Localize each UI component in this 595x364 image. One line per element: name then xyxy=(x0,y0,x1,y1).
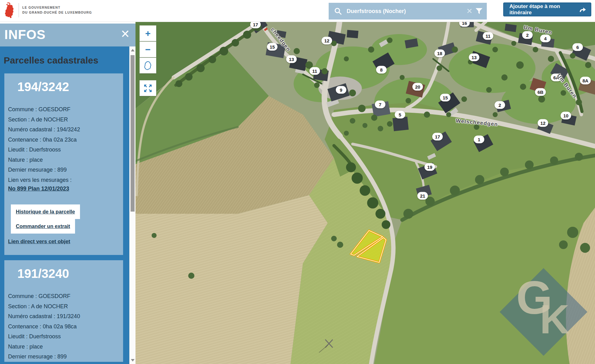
house-number-marker[interactable]: 20 xyxy=(412,83,423,91)
route-arrow-icon xyxy=(579,7,586,13)
government-wordmark: LE GOUVERNEMENT DU GRAND-DUCHÉ DE LUXEMB… xyxy=(22,5,92,15)
parcel-detail-row: Numéro cadastral : 194/3242 xyxy=(8,125,123,135)
gov-line1: LE GOUVERNEMENT xyxy=(22,5,92,10)
parcel-history-button[interactable]: Historique de la parcelle xyxy=(11,204,80,219)
house-number-marker[interactable]: 1 xyxy=(474,136,484,143)
gov-line2: DU GRAND-DUCHÉ DE LUXEMBOURG xyxy=(22,10,92,15)
house-number-marker[interactable]: 6B xyxy=(535,88,546,96)
parcel-detail-row: Lien vers les mesurages : xyxy=(8,175,123,185)
house-number-marker[interactable]: 11 xyxy=(309,67,320,75)
parcel-detail-row: Nature : place xyxy=(8,155,123,165)
luxembourg-lion-logo xyxy=(4,2,16,19)
house-number-marker[interactable]: 7 xyxy=(375,101,385,108)
house-number-marker[interactable]: 13 xyxy=(469,54,479,61)
house-number-marker[interactable]: 4 xyxy=(540,35,551,42)
logo-divider xyxy=(19,3,19,17)
parcel-detail-row: Numéro cadastral : 191/3240 xyxy=(8,311,123,322)
infos-title: INFOS xyxy=(4,27,46,42)
parcel-detail-row: Contenance : 0ha 02a 98ca xyxy=(8,322,123,332)
house-number-marker[interactable]: 2 xyxy=(495,101,505,109)
house-number-marker[interactable]: 18 xyxy=(434,50,445,57)
house-number-marker[interactable]: 15 xyxy=(440,94,451,102)
fullscreen-icon xyxy=(143,84,153,93)
close-icon[interactable]: ✕ xyxy=(121,28,130,40)
house-number-marker[interactable]: 17 xyxy=(432,133,443,141)
house-number-marker[interactable]: 8A xyxy=(580,77,591,85)
zoom-in-button[interactable]: + xyxy=(140,25,156,41)
parcel-detail-row: Dernier mesurage : 899 xyxy=(8,165,123,175)
full-extent-button[interactable] xyxy=(140,58,156,73)
parcel-detail-row: Lieudit : Duerfstrooss xyxy=(8,331,123,342)
parcel-details: Commune : GOESDORFSection : A de NOCHERN… xyxy=(8,291,123,362)
parcel-card: 194/3242 Commune : GOESDORFSection : A d… xyxy=(4,73,123,255)
luxembourg-outline-icon xyxy=(143,60,153,71)
infos-header: INFOS ✕ xyxy=(0,24,135,46)
house-number-marker[interactable]: 11 xyxy=(483,32,493,40)
map-canvas[interactable]: G K xyxy=(135,22,595,364)
gk-watermark: G K xyxy=(500,269,587,355)
infos-panel: INFOS ✕ Parcelles cadastrales 194/3242 C… xyxy=(0,24,135,364)
house-number-marker[interactable]: 9 xyxy=(336,86,346,94)
house-number-marker[interactable]: 19 xyxy=(424,163,435,171)
add-route-step-button[interactable]: Ajouter étape à mon itinéraire xyxy=(503,2,591,16)
house-number-marker[interactable]: 6A xyxy=(551,74,562,81)
map-controls: + − xyxy=(140,25,156,96)
parcel-number: 191/3240 xyxy=(4,260,123,281)
house-number-marker[interactable]: 15 xyxy=(267,43,278,51)
scroll-down-icon[interactable] xyxy=(131,359,135,362)
search-box[interactable]: ✕ xyxy=(329,3,487,20)
parcel-detail-row: Section : A de NOCHER xyxy=(8,301,123,312)
parcel-detail-row: Section : A de NOCHER xyxy=(8,115,123,125)
scrollbar-thumb[interactable] xyxy=(131,55,135,212)
panel-title: Parcelles cadastrales xyxy=(4,55,98,66)
parcel-detail-row: Commune : GOESDORF xyxy=(8,291,123,301)
parcel-actions: Historique de la parcelle Commander un e… xyxy=(11,204,123,245)
parcel-number: 194/3242 xyxy=(4,73,123,94)
parcel-detail-row: Commune : GOESDORF xyxy=(8,104,123,115)
parcel-detail-row: Nature : place xyxy=(8,342,123,352)
house-number-marker[interactable]: 5 xyxy=(395,111,405,119)
filter-funnel-icon[interactable] xyxy=(476,8,482,14)
parcel-card: 191/3240 Commune : GOESDORFSection : A d… xyxy=(4,260,123,362)
parcel-details: Commune : GOESDORFSection : A de NOCHERN… xyxy=(8,104,123,185)
direct-link[interactable]: Lien direct vers cet objet xyxy=(8,239,70,245)
clear-search-icon[interactable]: ✕ xyxy=(466,7,473,15)
top-bar: LE GOUVERNEMENT DU GRAND-DUCHÉ DE LUXEMB… xyxy=(0,0,595,22)
scroll-up-icon[interactable] xyxy=(131,49,135,51)
parcel-detail-row: Dernier mesurage : 899 xyxy=(8,352,123,362)
house-number-marker[interactable]: 8 xyxy=(376,66,387,74)
parcel-detail-row: Lieudit : Duerfstrooss xyxy=(8,145,123,155)
fullscreen-button[interactable] xyxy=(140,80,156,96)
house-number-marker[interactable]: 10 xyxy=(561,112,571,120)
search-icon xyxy=(334,7,342,15)
watermark-letter-k: K xyxy=(540,296,569,343)
sidebar-scrollbar[interactable] xyxy=(129,46,135,364)
house-number-marker[interactable]: 12 xyxy=(538,119,548,127)
zoom-out-button[interactable]: − xyxy=(140,42,156,57)
measurement-plan-link[interactable]: No 899 Plan 12/01/2023 xyxy=(8,186,69,192)
house-number-marker[interactable]: 12 xyxy=(322,37,332,45)
house-number-marker[interactable]: 6 xyxy=(572,43,583,51)
house-number-marker[interactable]: 13 xyxy=(286,55,297,63)
parcel-detail-row: Contenance : 0ha 02a 23ca xyxy=(8,135,123,145)
house-number-marker[interactable]: 2 xyxy=(522,31,533,39)
add-route-step-label: Ajouter étape à mon itinéraire xyxy=(509,3,579,16)
search-input[interactable] xyxy=(346,8,466,15)
house-number-marker[interactable]: 21 xyxy=(417,192,428,200)
order-extract-button[interactable]: Commander un extrait xyxy=(11,219,75,234)
